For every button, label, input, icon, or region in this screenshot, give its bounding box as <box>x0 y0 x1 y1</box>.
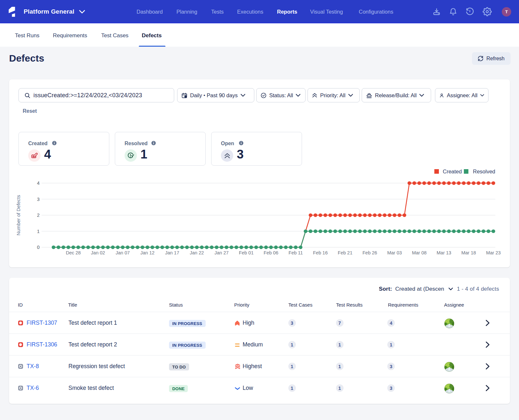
svg-text:Jan 12: Jan 12 <box>140 250 155 255</box>
svg-text:Feb 16: Feb 16 <box>313 250 328 255</box>
svg-text:Jan 22: Jan 22 <box>190 250 204 255</box>
svg-text:Resolved: Resolved <box>473 169 495 174</box>
svg-text:Jan 02: Jan 02 <box>91 250 105 255</box>
svg-text:Mar 18: Mar 18 <box>461 250 476 255</box>
svg-text:Mar 23: Mar 23 <box>486 250 501 255</box>
svg-text:Dec 28: Dec 28 <box>66 250 81 255</box>
svg-text:Jan 17: Jan 17 <box>165 250 179 255</box>
svg-text:Jan 27: Jan 27 <box>214 250 229 255</box>
svg-text:0: 0 <box>37 245 40 250</box>
svg-text:2: 2 <box>37 213 40 218</box>
svg-text:Mar 08: Mar 08 <box>412 250 427 255</box>
svg-text:Feb 01: Feb 01 <box>239 250 254 255</box>
svg-text:Mar 13: Mar 13 <box>437 250 451 255</box>
svg-text:Mar 03: Mar 03 <box>387 250 402 255</box>
svg-text:Feb 21: Feb 21 <box>338 250 352 255</box>
svg-text:4: 4 <box>37 181 40 186</box>
svg-text:Jan 07: Jan 07 <box>116 250 130 255</box>
svg-text:Feb 11: Feb 11 <box>289 250 303 255</box>
svg-text:Feb 06: Feb 06 <box>264 250 278 255</box>
svg-text:Feb 26: Feb 26 <box>363 250 377 255</box>
svg-text:3: 3 <box>37 197 40 202</box>
svg-text:1: 1 <box>37 229 40 234</box>
svg-text:Number of Defects: Number of Defects <box>16 195 21 235</box>
svg-text:Created: Created <box>443 169 462 174</box>
